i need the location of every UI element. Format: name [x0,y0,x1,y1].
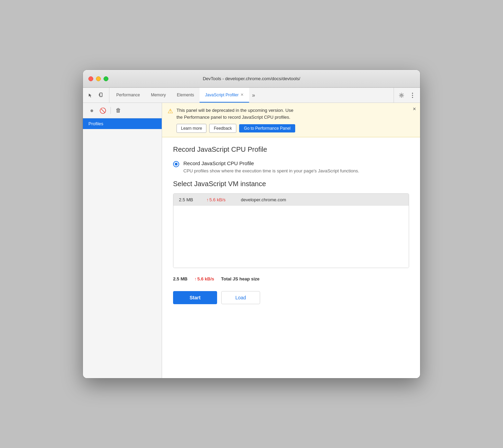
device-toolbar-icon[interactable] [97,90,106,100]
vm-footer-rate: ↑ 5.6 kB/s [194,276,214,281]
maximize-button[interactable] [104,76,108,81]
tab-close-icon[interactable]: ✕ [240,93,244,97]
traffic-lights [88,76,108,81]
record-button[interactable]: ● [87,106,97,115]
delete-profile-button[interactable]: 🗑 [114,106,123,115]
vm-row-url: developer.chrome.com [241,197,286,202]
profile-section: Record JavaScript CPU Profile Record Jav… [162,137,420,315]
vm-footer: 2.5 MB ↑ 5.6 kB/s Total JS heap size [173,274,409,284]
banner-text: This panel will be deprecated in the upc… [176,107,415,120]
vm-row[interactable]: 2.5 MB ↑ 5.6 kB/s developer.chrome.com [173,194,409,206]
svg-point-2 [101,96,101,96]
radio-option-label: Record JavaScript CPU Profile [183,160,359,166]
no-record-button[interactable]: 🚫 [98,106,108,115]
content-panel: ⚠ This panel will be deprecated in the u… [162,103,420,378]
svg-point-4 [412,93,413,94]
vm-row-rate: ↑ 5.6 kB/s [206,197,234,202]
settings-group [394,88,417,103]
sidebar: ● 🚫 🗑 Profiles [83,103,162,378]
banner-content: This panel will be deprecated in the upc… [176,107,415,133]
warning-icon: ⚠ [168,107,173,115]
learn-more-button[interactable]: Learn more [176,124,206,133]
sidebar-toolbar: ● 🚫 🗑 [83,103,162,118]
minimize-button[interactable] [96,76,101,81]
vm-empty-area [173,206,409,268]
more-options-icon[interactable] [408,90,417,100]
title-bar: DevTools - developer.chrome.com/docs/dev… [83,70,420,88]
settings-icon[interactable] [397,90,406,100]
close-button[interactable] [88,76,93,81]
window-title: DevTools - developer.chrome.com/docs/dev… [203,76,300,81]
deprecation-banner: ⚠ This panel will be deprecated in the u… [162,103,420,137]
devtools-tabs: Performance Memory Elements JavaScript P… [111,88,394,103]
vm-section-title: Select JavaScript VM instance [173,180,409,188]
radio-button[interactable] [173,161,179,167]
svg-point-3 [401,94,403,96]
banner-actions: Learn more Feedback Go to Performance Pa… [176,124,415,133]
profile-section-title: Record JavaScript CPU Profile [173,146,409,153]
vm-row-size: 2.5 MB [179,197,200,202]
vm-instance-table: 2.5 MB ↑ 5.6 kB/s developer.chrome.com [173,193,409,268]
up-arrow-icon: ↑ [206,197,209,202]
footer-up-arrow-icon: ↑ [194,276,197,281]
main-area: ● 🚫 🗑 Profiles ⚠ This panel will be depr… [83,103,420,378]
devtools-window: DevTools - developer.chrome.com/docs/dev… [83,70,420,378]
vm-rate-value: 5.6 kB/s [210,197,226,202]
tab-memory[interactable]: Memory [146,88,171,103]
radio-option-content: Record JavaScript CPU Profile CPU profil… [183,160,359,174]
devtools-tab-bar: Performance Memory Elements JavaScript P… [83,88,420,103]
radio-option-desc: CPU profiles show where the execution ti… [183,168,359,174]
load-button[interactable]: Load [221,291,260,304]
go-to-performance-button[interactable]: Go to Performance Panel [239,124,295,132]
more-tabs-button[interactable]: » [249,88,258,103]
footer-rate-value: 5.6 kB/s [197,276,214,281]
toolbar-icons [86,88,109,103]
cursor-icon[interactable] [86,90,95,100]
feedback-button[interactable]: Feedback [209,124,236,133]
radio-selected-indicator [175,163,178,166]
banner-close-button[interactable]: × [413,106,416,112]
sidebar-item-profiles[interactable]: Profiles [83,118,162,129]
tab-performance[interactable]: Performance [111,88,146,103]
svg-point-6 [412,97,413,98]
vm-footer-label: Total JS heap size [221,276,260,281]
tab-elements[interactable]: Elements [171,88,200,103]
tab-js-profiler[interactable]: JavaScript Profiler ✕ [200,88,249,103]
start-button[interactable]: Start [173,291,217,304]
bottom-actions: Start Load [173,291,409,307]
svg-point-5 [412,95,413,96]
vm-footer-size: 2.5 MB [173,276,188,281]
svg-rect-1 [99,94,100,96]
radio-option: Record JavaScript CPU Profile CPU profil… [173,160,409,174]
